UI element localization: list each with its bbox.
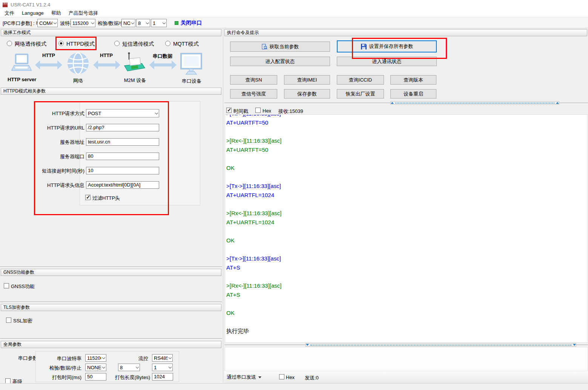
recv-counter: 接收:15039 (278, 108, 303, 115)
splitter-dots (310, 345, 571, 345)
parity-select[interactable]: NONI (121, 19, 135, 27)
enter-config-button[interactable]: 进入配置状态 (230, 57, 330, 66)
httpd-params-header: HTTPD模式相关参数 (1, 88, 221, 95)
log-line: AT+UARTFL=1024 (226, 218, 588, 227)
monitor-icon (180, 52, 203, 77)
work-mode-radio-2[interactable] (58, 41, 64, 46)
arrow-icon (149, 60, 177, 69)
sent-counter: 发送:0 (305, 375, 319, 381)
exec-header: 执行命令及提示 (224, 29, 587, 36)
query-button-4[interactable]: 查询版本 (390, 75, 436, 85)
g-parity-select[interactable]: NONE (85, 364, 106, 371)
pack-time-input[interactable]: 50 (85, 373, 106, 381)
send-hex-label: Hex (286, 375, 295, 380)
stopbits-select[interactable]: 1 (151, 19, 167, 27)
chevron-down-icon (130, 23, 135, 24)
menu-item-3[interactable]: 帮助 (48, 10, 65, 17)
log-line (226, 272, 588, 281)
collapse-splitter-bottom[interactable] (306, 343, 576, 347)
ssl-checkbox[interactable] (6, 318, 11, 323)
menu-item-2[interactable]: Language (18, 10, 48, 16)
httpd-field-input-5[interactable]: 10 (86, 167, 159, 174)
log-output[interactable]: >[Tx->][11:16:33][asc]AT+UARTFT=50 >[Rx<… (225, 114, 588, 343)
send-input[interactable] (225, 347, 588, 371)
gnss-checkbox[interactable] (4, 283, 9, 288)
log-line: 执行完毕 (226, 327, 588, 336)
get-params-button[interactable]: 获取当前参数 (230, 42, 330, 52)
work-mode-label-1[interactable]: 网络透传模式 (15, 41, 46, 48)
log-line (226, 200, 588, 209)
query-button-1[interactable]: 查询SN (230, 75, 277, 85)
arrow-icon (93, 60, 120, 69)
log-line: >[Rx<-][11:16:33][asc] (226, 136, 588, 145)
pack-len-input[interactable]: 1024 (152, 373, 173, 381)
collapse-down-icon (306, 344, 309, 346)
recv-hex-checkbox[interactable] (255, 108, 261, 113)
httpd-field-label-3: 服务器地址 (38, 139, 84, 146)
enter-comm-button[interactable]: 进入通讯状态 (337, 57, 437, 66)
work-mode-label-3[interactable]: 短信透传模式 (122, 41, 154, 48)
timestamp-checkbox[interactable] (226, 108, 232, 113)
httpd-method-select[interactable]: POST (86, 109, 159, 117)
g-flow-label: 流控 (130, 355, 148, 362)
httpd-field-input-6[interactable]: Accept:text/html[0D][0A] (86, 181, 159, 189)
log-line: >[Rx<-][11:16:33][asc] (226, 281, 588, 290)
send-bar: 通过串口发送 Hex 发送:0 (224, 371, 588, 383)
timestamp-label: 时间戳 (233, 108, 248, 115)
log-line (226, 154, 588, 163)
ssl-label: SSL加密 (13, 318, 32, 324)
g-stopbits-select[interactable]: 1 (152, 364, 173, 371)
status-bar (0, 383, 588, 390)
chevron-down-icon (154, 113, 159, 114)
work-mode-radio-4[interactable] (165, 41, 170, 46)
log-line (226, 173, 588, 182)
global-params-header: 全局参数 (1, 341, 221, 348)
collapse-splitter-top[interactable] (390, 101, 559, 105)
gnss-header: GNSS功能参数 (1, 269, 221, 276)
send-hex-checkbox[interactable] (279, 374, 284, 379)
menu-item-4[interactable]: 产品型号选择 (65, 10, 102, 17)
window-title: USR-CAT1 V1.2.4 (11, 2, 50, 8)
send-via-serial-button[interactable]: 通过串口发送 (227, 374, 261, 381)
work-mode-label-2[interactable]: HTTPD模式 (66, 41, 95, 48)
menu-item-1[interactable]: 文件 (1, 10, 18, 17)
query-button-2[interactable]: 查询IMEI (284, 75, 330, 85)
query-button-5[interactable]: 查信号强度 (230, 89, 277, 99)
chevron-down-icon (161, 23, 166, 24)
query-button-8[interactable]: 设备重启 (390, 89, 436, 99)
baud-select[interactable]: 115200 (71, 19, 95, 27)
httpd-field-input-2[interactable]: /2.php? (86, 124, 159, 131)
collapse-up-icon (556, 102, 559, 104)
query-button-6[interactable]: 保存参数 (284, 89, 330, 99)
httpd-field-label-1: HTTP请求方式 (38, 110, 84, 117)
g-flow-select[interactable]: RS485 (152, 354, 173, 362)
query-button-3[interactable]: 查询ICCID (337, 75, 384, 85)
chevron-down-icon (90, 23, 95, 24)
filter-http-checkbox[interactable] (85, 195, 91, 200)
work-mode-radio-1[interactable] (7, 41, 12, 46)
databits-select[interactable]: 8 (136, 19, 150, 27)
com-port-select[interactable]: COM4 (37, 19, 58, 27)
httpd-field-label-4: 服务器端口 (38, 153, 84, 160)
close-port-button[interactable]: 关闭串口 (175, 20, 202, 26)
log-line (226, 318, 588, 327)
panel-divider[interactable] (223, 29, 223, 383)
log-line: AT+S (226, 263, 588, 272)
httpd-field-input-4[interactable]: 80 (86, 153, 159, 160)
g-baud-select[interactable]: 115200 (85, 354, 106, 362)
laptop-icon (11, 53, 32, 76)
menu-bar: 文件Language帮助产品型号选择 (0, 9, 588, 17)
search-doc-icon (261, 44, 267, 50)
work-mode-radio-3[interactable] (114, 41, 120, 46)
chevron-down-icon (167, 367, 172, 368)
work-mode-label-4[interactable]: MQTT模式 (173, 41, 199, 48)
chevron-down-icon (101, 358, 106, 359)
serial-toolbar: [PC串口参数] : 串口号 COM4 波特率 115200 检验/数据/停止 … (0, 17, 588, 28)
app-icon (2, 2, 8, 8)
splitter-dots (395, 103, 554, 103)
query-button-7[interactable]: 恢复出厂设置 (337, 89, 384, 99)
httpd-field-input-3[interactable]: test.usr.cn (86, 138, 159, 146)
advanced-checkbox[interactable] (5, 378, 11, 384)
g-databits-select[interactable]: 8 (118, 364, 140, 371)
set-save-params-button[interactable]: 设置并保存所有参数 (337, 40, 437, 52)
